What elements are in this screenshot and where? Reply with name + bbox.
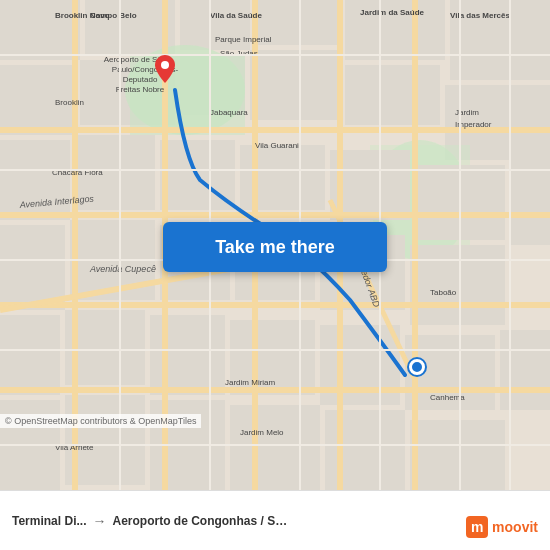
route-arrow: → (92, 513, 106, 529)
route-to: Aeroporto de Congonhas / São Paul... (112, 514, 292, 528)
take-me-there-button[interactable]: Take me there (163, 222, 387, 272)
svg-text:Vila Guarani: Vila Guarani (255, 141, 299, 150)
svg-rect-23 (510, 155, 550, 245)
svg-text:Brooklin: Brooklin (55, 98, 84, 107)
svg-rect-2 (85, 0, 175, 55)
svg-text:Jabaquara: Jabaquara (210, 108, 248, 117)
map-attribution: © OpenStreetMap contributors & OpenMapTi… (0, 414, 201, 428)
map-container: Avenida Interlagos Avenida Cupecê Corred… (0, 0, 550, 490)
svg-text:Jardim da Saúde: Jardim da Saúde (360, 8, 425, 17)
svg-text:São Judas: São Judas (220, 49, 258, 58)
svg-text:Deputado: Deputado (123, 75, 158, 84)
moovit-brand: moovit (492, 519, 538, 535)
svg-text:Jardim: Jardim (455, 108, 479, 117)
destination-pin (155, 55, 175, 83)
svg-rect-29 (410, 245, 505, 325)
svg-text:Vila da Saúde: Vila da Saúde (210, 11, 262, 20)
moovit-logo: m moovit (466, 516, 538, 538)
svg-rect-30 (0, 315, 60, 395)
svg-text:Avenida Cupecê: Avenida Cupecê (89, 264, 156, 274)
svg-rect-40 (230, 405, 320, 490)
svg-text:Parque Imperial: Parque Imperial (215, 35, 272, 44)
svg-text:Campo Belo: Campo Belo (90, 11, 137, 20)
svg-text:Jardim Melo: Jardim Melo (240, 428, 284, 437)
svg-rect-11 (345, 65, 440, 125)
svg-point-91 (161, 61, 169, 69)
bottom-bar: Terminal Di... → Aeroporto de Congonhas … (0, 490, 550, 550)
svg-rect-36 (500, 330, 550, 410)
moovit-icon: m (466, 516, 488, 538)
svg-text:Freitas Nobre: Freitas Nobre (116, 85, 165, 94)
svg-text:Taboão: Taboão (430, 288, 457, 297)
origin-dot (409, 359, 425, 375)
route-info: Terminal Di... → Aeroporto de Congonhas … (12, 513, 538, 529)
route-from: Terminal Di... (12, 514, 86, 528)
svg-rect-1 (0, 0, 80, 60)
svg-rect-10 (250, 50, 340, 120)
svg-rect-42 (410, 420, 505, 490)
svg-text:Jardim Miriam: Jardim Miriam (225, 378, 276, 387)
svg-rect-32 (150, 315, 225, 395)
